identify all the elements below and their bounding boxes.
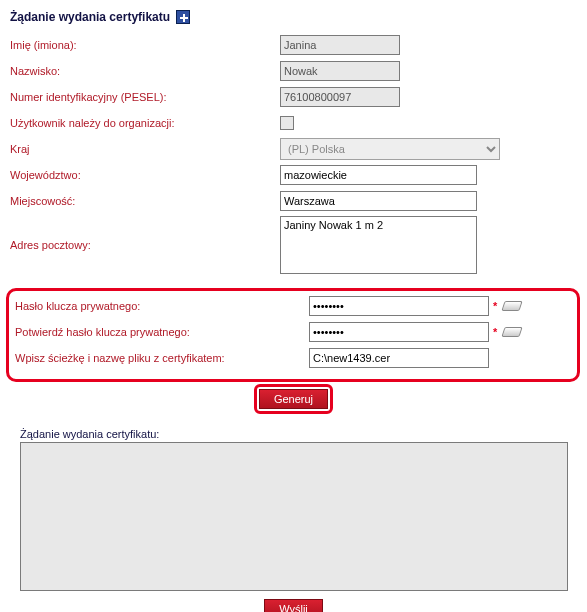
label-lastname: Nazwisko: [10,65,280,77]
label-firstname: Imię (imiona): [10,39,280,51]
label-cert-path: Wpisz ścieżkę i nazwę pliku z certyfikat… [15,352,309,364]
input-city[interactable] [280,191,477,211]
input-pk-pass-confirm[interactable] [309,322,489,342]
required-asterisk: * [493,300,497,312]
highlight-region: Hasło klucza prywatnego: * Potwierdź has… [6,288,580,382]
input-lastname [280,61,400,81]
input-cert-path[interactable] [309,348,489,368]
input-voivodeship[interactable] [280,165,477,185]
label-country: Kraj [10,143,280,155]
label-req-output: Żądanie wydania certyfikatu: [20,428,577,440]
textarea-address[interactable] [280,216,477,274]
input-firstname [280,35,400,55]
label-org: Użytkownik należy do organizacji: [10,117,280,129]
label-address: Adres pocztowy: [10,239,280,251]
section-title: Żądanie wydania certyfikatu [10,10,170,24]
section-header: Żądanie wydania certyfikatu [10,10,577,24]
required-asterisk: * [493,326,497,338]
generate-button-highlight: Generuj [254,384,333,414]
label-voivodeship: Województwo: [10,169,280,181]
erase-icon[interactable] [502,301,523,311]
label-pk-pass: Hasło klucza prywatnego: [15,300,309,312]
expand-icon[interactable] [176,10,190,24]
checkbox-org [280,116,294,130]
label-city: Miejscowość: [10,195,280,207]
generate-button[interactable]: Generuj [259,389,328,409]
input-pk-pass[interactable] [309,296,489,316]
input-pesel [280,87,400,107]
erase-icon[interactable] [502,327,523,337]
label-pk-pass-confirm: Potwierdź hasło klucza prywatnego: [15,326,309,338]
textarea-req-output [20,442,568,591]
send-button[interactable]: Wyślij [264,599,323,612]
select-country: (PL) Polska [280,138,500,160]
label-pesel: Numer identyfikacyjny (PESEL): [10,91,280,103]
